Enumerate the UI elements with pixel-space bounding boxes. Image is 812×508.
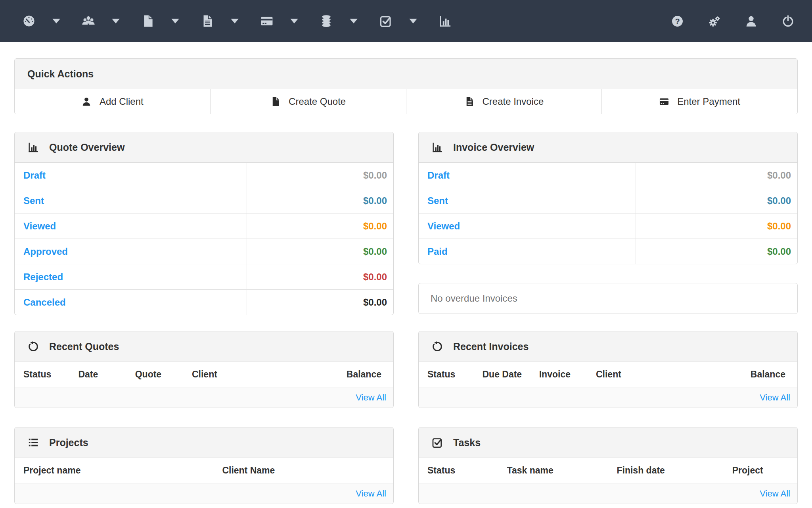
column-header: Quote	[135, 369, 192, 380]
nav-item-tasks[interactable]	[379, 14, 417, 28]
column-header: Balance	[717, 369, 797, 380]
quote-overview-row-draft: Draft $0.00	[15, 163, 393, 188]
recent-invoices-panel: Recent Invoices Status Due Date Invoice …	[418, 331, 798, 408]
history-icon	[431, 341, 443, 352]
quick-actions-panel: Quick Actions Add Client Create Quote Cr…	[14, 58, 798, 114]
quote-canceled-amount: $0.00	[247, 290, 393, 315]
top-navbar	[0, 0, 812, 42]
invoice-draft-amount: $0.00	[636, 163, 797, 188]
nav-item-payments[interactable]	[260, 14, 298, 28]
file-text-icon	[201, 14, 214, 28]
question-circle-icon[interactable]	[671, 15, 684, 28]
quote-overview-header: Quote Overview	[15, 132, 393, 163]
chevron-down-icon	[112, 19, 120, 23]
invoice-sent-amount: $0.00	[636, 188, 797, 213]
invoice-overview-row-sent: Sent $0.00	[419, 188, 797, 214]
quote-rejected-link[interactable]: Rejected	[15, 264, 247, 289]
column-header: Task name	[507, 465, 617, 476]
power-icon[interactable]	[781, 15, 795, 28]
view-all-tasks-link[interactable]: View All	[760, 489, 790, 499]
recent-quotes-panel: Recent Quotes Status Date Quote Client B…	[14, 331, 394, 408]
invoice-viewed-link[interactable]: Viewed	[419, 214, 636, 239]
create-quote-label: Create Quote	[289, 96, 346, 107]
quote-overview-row-sent: Sent $0.00	[15, 188, 393, 214]
quote-sent-amount: $0.00	[247, 188, 393, 213]
no-overdue-invoices-notice: No overdue Invoices	[418, 283, 798, 314]
invoice-paid-amount: $0.00	[636, 239, 797, 264]
projects-footer: View All	[15, 483, 393, 504]
projects-title: Projects	[49, 437, 88, 448]
chevron-down-icon	[409, 19, 417, 23]
enter-payment-button[interactable]: Enter Payment	[602, 89, 797, 114]
nav-item-products[interactable]	[320, 14, 358, 28]
projects-header: Projects	[15, 427, 393, 458]
quote-approved-link[interactable]: Approved	[15, 239, 247, 264]
recent-quotes-column-headers: Status Date Quote Client Balance	[15, 362, 393, 387]
invoice-paid-link[interactable]: Paid	[419, 239, 636, 264]
recent-quotes-title: Recent Quotes	[49, 341, 119, 352]
recent-invoices-footer: View All	[419, 387, 797, 408]
column-header: Finish date	[617, 465, 732, 476]
credit-card-icon	[260, 14, 274, 28]
column-header: Status	[419, 465, 507, 476]
quote-canceled-link[interactable]: Canceled	[15, 290, 247, 315]
add-client-button[interactable]: Add Client	[15, 89, 211, 114]
database-icon	[320, 14, 333, 28]
quick-actions-title: Quick Actions	[27, 68, 94, 80]
history-icon	[27, 341, 39, 352]
projects-column-headers: Project name Client Name	[15, 458, 393, 483]
navbar-utilities	[671, 15, 795, 28]
quote-draft-amount: $0.00	[247, 163, 393, 188]
quote-sent-link[interactable]: Sent	[15, 188, 247, 213]
nav-item-reports[interactable]	[439, 14, 452, 28]
view-all-quotes-link[interactable]: View All	[356, 393, 386, 403]
projects-panel: Projects Project name Client Name View A…	[14, 427, 394, 504]
column-header: Status	[419, 369, 482, 380]
bar-chart-icon	[27, 141, 39, 153]
quick-actions-header: Quick Actions	[15, 59, 797, 89]
file-icon	[141, 14, 155, 28]
quote-overview-title: Quote Overview	[49, 142, 124, 153]
bar-chart-icon	[431, 141, 443, 153]
quote-draft-link[interactable]: Draft	[15, 163, 247, 188]
invoice-draft-link[interactable]: Draft	[419, 163, 636, 188]
quote-viewed-link[interactable]: Viewed	[15, 214, 247, 239]
column-header: Status	[15, 369, 78, 380]
chevron-down-icon	[171, 19, 179, 23]
credit-card-icon	[659, 96, 669, 107]
create-invoice-button[interactable]: Create Invoice	[406, 89, 602, 114]
gears-icon[interactable]	[708, 15, 721, 28]
column-header: Balance	[313, 369, 393, 380]
add-client-label: Add Client	[100, 96, 144, 107]
nav-item-dashboard[interactable]	[22, 14, 60, 28]
invoice-sent-link[interactable]: Sent	[419, 188, 636, 213]
user-icon[interactable]	[745, 15, 758, 28]
create-quote-button[interactable]: Create Quote	[211, 89, 406, 114]
tasks-column-headers: Status Task name Finish date Project	[419, 458, 797, 483]
quote-overview-row-approved: Approved $0.00	[15, 239, 393, 264]
quote-overview-row-rejected: Rejected $0.00	[15, 264, 393, 290]
tasks-panel: Tasks Status Task name Finish date Proje…	[418, 427, 798, 504]
recent-quotes-footer: View All	[15, 387, 393, 408]
invoice-overview-row-viewed: Viewed $0.00	[419, 214, 797, 239]
invoice-overview-panel: Invoice Overview Draft $0.00 Sent $0.00 …	[418, 132, 798, 264]
view-all-projects-link[interactable]: View All	[356, 489, 386, 499]
column-header: Date	[78, 369, 135, 380]
bar-chart-icon	[439, 14, 452, 28]
nav-item-clients[interactable]	[82, 14, 120, 28]
column-header: Client	[596, 369, 717, 380]
quote-rejected-amount: $0.00	[247, 264, 393, 289]
invoice-overview-title: Invoice Overview	[453, 142, 534, 153]
nav-item-quotes[interactable]	[141, 14, 179, 28]
file-icon	[270, 96, 281, 107]
invoice-overview-header: Invoice Overview	[419, 132, 797, 163]
invoice-overview-row-draft: Draft $0.00	[419, 163, 797, 188]
navbar-menu	[22, 14, 671, 28]
list-icon	[27, 437, 39, 448]
file-text-icon	[464, 96, 475, 107]
nav-item-invoices[interactable]	[201, 14, 239, 28]
tasks-header: Tasks	[419, 427, 797, 458]
tachometer-icon	[22, 14, 36, 28]
tasks-footer: View All	[419, 483, 797, 504]
view-all-invoices-link[interactable]: View All	[760, 393, 790, 403]
